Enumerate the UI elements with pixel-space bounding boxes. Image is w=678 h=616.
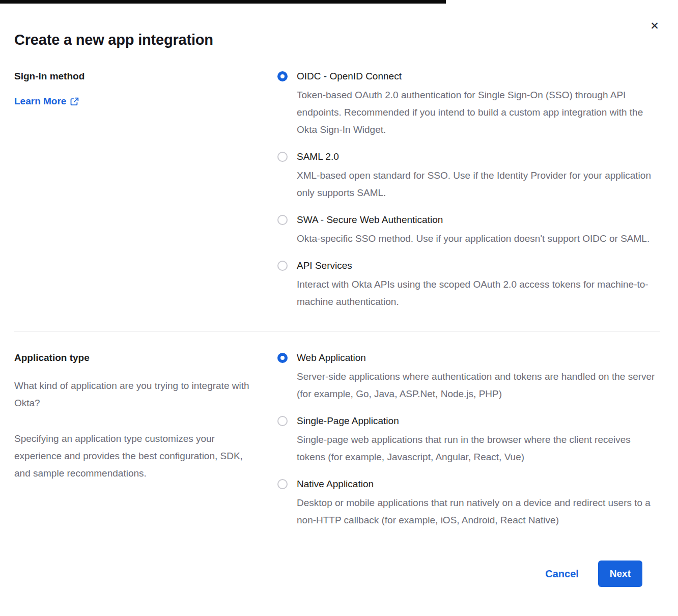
apptype-option-native[interactable]: Native Application Desktop or mobile app… bbox=[277, 478, 660, 529]
cancel-button[interactable]: Cancel bbox=[545, 568, 579, 580]
signin-option-oidc[interactable]: OIDC - OpenID Connect Token-based OAuth … bbox=[277, 70, 660, 138]
apptype-option-spa[interactable]: Single-Page Application Single-page web … bbox=[277, 415, 660, 466]
external-link-icon bbox=[70, 97, 79, 106]
signin-option-saml[interactable]: SAML 2.0 XML-based open standard for SSO… bbox=[277, 151, 660, 202]
apptype-option-web[interactable]: Web Application Server-side applications… bbox=[277, 352, 660, 403]
dialog-title: Create a new app integration bbox=[14, 29, 660, 51]
radio-button-swa[interactable] bbox=[277, 215, 288, 225]
signin-option-oidc-label[interactable]: OIDC - OpenID Connect bbox=[297, 70, 660, 82]
radio-button-single-page-application[interactable] bbox=[277, 416, 288, 426]
apptype-option-web-description: Server-side applications where authentic… bbox=[297, 368, 660, 403]
radio-button-api-services[interactable] bbox=[277, 261, 288, 271]
apptype-option-native-label[interactable]: Native Application bbox=[297, 478, 660, 490]
signin-method-section: Sign-in method Learn More bbox=[14, 70, 660, 323]
dialog-footer: Cancel Next bbox=[14, 561, 660, 587]
application-type-left-column: Application type What kind of applicatio… bbox=[14, 352, 277, 482]
application-type-intro-1: What kind of application are you trying … bbox=[14, 377, 255, 412]
signin-option-api-services-description: Interact with Okta APIs using the scoped… bbox=[297, 276, 660, 311]
signin-option-saml-label[interactable]: SAML 2.0 bbox=[297, 151, 660, 163]
signin-method-left-column: Sign-in method Learn More bbox=[14, 70, 277, 107]
apptype-option-spa-label[interactable]: Single-Page Application bbox=[297, 415, 660, 427]
application-type-intro-2: Specifying an application type customize… bbox=[14, 430, 255, 482]
next-button[interactable]: Next bbox=[598, 561, 642, 587]
radio-button-web-application[interactable] bbox=[277, 353, 288, 363]
signin-method-heading: Sign-in method bbox=[14, 70, 255, 82]
application-type-section: Application type What kind of applicatio… bbox=[14, 352, 660, 541]
signin-option-swa-label[interactable]: SWA - Secure Web Authentication bbox=[297, 214, 649, 226]
apptype-option-native-description: Desktop or mobile applications that run … bbox=[297, 494, 660, 529]
signin-option-oidc-description: Token-based OAuth 2.0 authentication for… bbox=[297, 87, 660, 138]
signin-option-api-services-label[interactable]: API Services bbox=[297, 260, 660, 272]
create-app-integration-dialog: ✕ Create a new app integration Sign-in m… bbox=[0, 0, 678, 616]
section-divider bbox=[14, 331, 660, 331]
apptype-option-web-label[interactable]: Web Application bbox=[297, 352, 660, 364]
signin-option-api-services[interactable]: API Services Interact with Okta APIs usi… bbox=[277, 260, 660, 311]
close-icon[interactable]: ✕ bbox=[647, 18, 662, 33]
radio-button-native-application[interactable] bbox=[277, 479, 288, 489]
signin-option-swa[interactable]: SWA - Secure Web Authentication Okta-spe… bbox=[277, 214, 660, 247]
signin-option-saml-description: XML-based open standard for SSO. Use if … bbox=[297, 167, 660, 202]
apptype-option-spa-description: Single-page web applications that run in… bbox=[297, 431, 660, 466]
signin-option-swa-description: Okta-specific SSO method. Use if your ap… bbox=[297, 230, 649, 247]
learn-more-label: Learn More bbox=[14, 96, 66, 107]
radio-button-saml[interactable] bbox=[277, 152, 288, 162]
learn-more-link[interactable]: Learn More bbox=[14, 96, 79, 107]
radio-button-oidc[interactable] bbox=[277, 71, 288, 81]
application-type-heading: Application type bbox=[14, 352, 255, 364]
top-edge-bar bbox=[0, 0, 446, 4]
